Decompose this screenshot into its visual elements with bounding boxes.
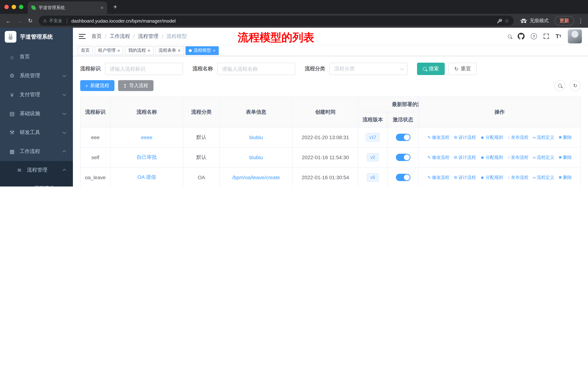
publish-process-link[interactable]: ☝发布流程 (507, 174, 528, 181)
process-name-input[interactable] (217, 63, 295, 75)
form-info-link[interactable]: biubiu (249, 154, 263, 160)
cell-process-name: 自己审批 (110, 147, 183, 167)
delete-link[interactable]: ✖删除 (558, 154, 572, 161)
close-icon[interactable]: × (213, 48, 215, 53)
breadcrumb-item[interactable]: 流程模型 (166, 33, 187, 40)
process-name-link[interactable]: OA 请假 (137, 174, 156, 180)
op-icon: ☻ (480, 175, 484, 180)
delete-link[interactable]: ✖删除 (558, 134, 572, 141)
tab-process-form[interactable]: 流程表单 × (155, 46, 184, 55)
tab-my-process[interactable]: 我的流程 × (125, 46, 153, 55)
reset-button[interactable]: ↻ 重置 (448, 63, 477, 75)
github-icon[interactable] (518, 33, 525, 40)
cell-category: 默认 (183, 127, 220, 147)
sidebar-item-process-form[interactable]: ▥ 流程表单 (0, 179, 73, 186)
breadcrumb-item[interactable]: 首页 (92, 33, 102, 40)
process-definition-link[interactable]: ∞流程定义 (533, 134, 554, 141)
security-label[interactable]: 不安全 (49, 18, 62, 24)
op-label: 删除 (563, 174, 572, 181)
cell-process-key: eee (80, 127, 110, 147)
modify-process-link[interactable]: ✎修改流程 (427, 154, 449, 161)
col-header-category: 流程分类 (183, 97, 220, 127)
breadcrumb-separator: / (105, 33, 106, 39)
form-info-link[interactable]: biubiu (249, 134, 263, 140)
process-definition-link[interactable]: ∞流程定义 (533, 154, 554, 161)
sidebar-item-workflow[interactable]: ▦ 工作流程 (0, 142, 73, 161)
bookmark-star-icon[interactable]: ☆ (504, 18, 509, 24)
menu-item-icon: ⌂ (8, 54, 16, 60)
tab-tenant[interactable]: 租户管理 × (95, 46, 123, 55)
search-button-label: 搜索 (429, 66, 439, 72)
close-icon[interactable]: × (148, 48, 150, 53)
chevron-down-icon (63, 73, 66, 77)
design-process-link[interactable]: ⚙设计流程 (454, 154, 476, 161)
op-icon: ✖ (558, 155, 562, 160)
menu-item-label: 系统管理 (20, 72, 40, 79)
assign-rules-link[interactable]: ☻分配规则 (480, 154, 503, 161)
tab-process-model[interactable]: 流程模型 × (186, 46, 219, 55)
design-process-link[interactable]: ⚙设计流程 (454, 134, 476, 141)
op-icon: ☝ (507, 155, 510, 160)
sidebar-item-payment[interactable]: ¥ 支付管理 (0, 85, 73, 104)
active-toggle[interactable] (396, 134, 410, 141)
delete-link[interactable]: ✖删除 (558, 174, 572, 181)
active-toggle[interactable] (396, 154, 410, 161)
sidebar-fold-icon[interactable] (79, 33, 86, 39)
close-icon[interactable]: × (117, 48, 120, 53)
window-close-button[interactable] (4, 5, 9, 9)
refresh-table-button[interactable]: ↻ (570, 80, 581, 91)
sidebar-item-infra[interactable]: ▤ 基础设施 (0, 104, 73, 123)
close-icon[interactable]: × (178, 48, 180, 53)
process-category-select[interactable]: 流程分类 (330, 63, 408, 75)
op-label: 设计流程 (458, 154, 476, 161)
sidebar-item-devtools[interactable]: ⚒ 研发工具 (0, 123, 73, 142)
new-tab-button[interactable]: + (110, 2, 120, 12)
back-button[interactable]: ← (4, 16, 13, 26)
forward-button[interactable]: → (15, 16, 24, 26)
process-name-link[interactable]: eeee (141, 134, 152, 140)
address-bar[interactable]: ⚠ 不安全 dashboard.yudao.iocoder.cn/bpm/man… (39, 16, 514, 26)
design-process-link[interactable]: ⚙设计流程 (454, 174, 476, 181)
import-process-button[interactable]: ↥ 导入流程 (118, 80, 153, 91)
font-size-icon[interactable]: TT (556, 33, 561, 40)
active-toggle[interactable] (396, 174, 410, 181)
key-icon[interactable] (497, 18, 502, 23)
op-icon: ✎ (427, 155, 431, 160)
process-key-input[interactable] (105, 63, 183, 75)
window-zoom-button[interactable] (19, 5, 23, 9)
breadcrumb-item[interactable]: 工作流程 (110, 33, 130, 40)
publish-process-link[interactable]: ☝发布流程 (507, 154, 528, 161)
process-definition-link[interactable]: ∞流程定义 (533, 174, 554, 181)
search-button[interactable]: 搜索 (417, 63, 445, 75)
menu-item-label: 支付管理 (20, 91, 40, 98)
browser-tab[interactable]: 芋道管理系统 × (28, 1, 107, 14)
screen: 芋道管理系统 × + ← → ↻ ⚠ 不安全 dashboard.yudao.i… (0, 0, 588, 186)
op-icon: ☝ (507, 135, 510, 140)
assign-rules-link[interactable]: ☻分配规则 (480, 134, 503, 141)
modify-process-link[interactable]: ✎修改流程 (427, 174, 449, 181)
reset-button-label: 重置 (461, 66, 471, 72)
browser-update-button[interactable]: 更新 (555, 16, 574, 26)
page-content: 流程标识 流程名称 流程分类 流程分类 (73, 56, 588, 186)
search-icon[interactable] (508, 34, 511, 38)
sidebar-item-process-manage[interactable]: ≋ 流程管理 (0, 161, 73, 179)
fullscreen-icon[interactable] (543, 33, 549, 39)
browser-menu-icon[interactable]: ⋮ (577, 17, 584, 24)
sidebar-item-system[interactable]: ⚙ 系统管理 (0, 66, 73, 85)
publish-process-link[interactable]: ☝发布流程 (507, 134, 528, 141)
form-info-link[interactable]: /bpm/oa/leave/create (232, 174, 280, 180)
window-minimize-button[interactable] (12, 5, 16, 9)
assign-rules-link[interactable]: ☻分配规则 (480, 174, 503, 181)
user-avatar[interactable] (567, 29, 582, 43)
breadcrumb-item[interactable]: 流程管理 (138, 33, 158, 40)
reload-button[interactable]: ↻ (26, 16, 35, 26)
tab-home[interactable]: 首页 (78, 46, 93, 55)
op-label: 发布流程 (511, 174, 528, 181)
tab-close-icon[interactable]: × (101, 5, 104, 10)
sidebar-item-home[interactable]: ⌂ 首页 (0, 47, 73, 66)
create-process-button[interactable]: + 新建流程 (80, 80, 114, 91)
process-name-link[interactable]: 自己审批 (136, 154, 157, 160)
help-icon[interactable]: ? (531, 33, 537, 39)
modify-process-link[interactable]: ✎修改流程 (427, 134, 449, 141)
toggle-search-button[interactable] (555, 80, 565, 91)
